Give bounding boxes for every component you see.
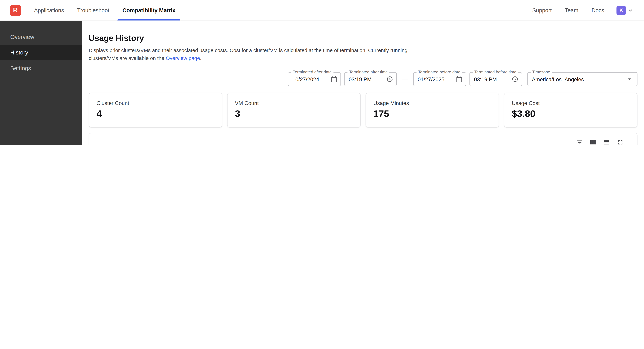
timezone-select[interactable]: Timezone America/Los_Angeles	[528, 72, 638, 86]
sidebar-item-history[interactable]: History	[0, 45, 82, 60]
density-icon[interactable]	[603, 139, 610, 145]
clock-icon[interactable]	[386, 76, 393, 82]
terminated-before-time-field[interactable]: Terminated before time 03:19 PM	[470, 72, 522, 86]
field-label: Terminated after date	[291, 70, 333, 74]
terminated-before-date-field[interactable]: Terminated before date 01/27/2025	[413, 72, 466, 86]
stat-value: $3.80	[512, 108, 630, 119]
nav-support[interactable]: Support	[526, 7, 558, 13]
stat-label: Usage Cost	[512, 100, 630, 106]
overview-page-link[interactable]: Overview page	[166, 55, 200, 61]
field-value[interactable]: 01/27/2025	[418, 76, 454, 82]
nav-left: R Applications Troubleshoot Compatibilit…	[10, 0, 182, 20]
stat-cards: Cluster Count 4 VM Count 3 Usage Minutes…	[89, 93, 638, 128]
app: R Applications Troubleshoot Compatibilit…	[0, 0, 644, 145]
stat-label: Usage Minutes	[373, 100, 491, 106]
main-content: Usage History Displays prior clusters/VM…	[82, 21, 644, 145]
field-label: Timezone	[531, 70, 552, 74]
nav-applications[interactable]: Applications	[28, 0, 70, 20]
stat-card-usage-cost: Usage Cost $3.80	[504, 93, 638, 128]
nav-docs[interactable]: Docs	[585, 7, 611, 13]
stat-card-vm-count: VM Count 3	[227, 93, 361, 128]
stat-card-usage-minutes: Usage Minutes 175	[366, 93, 499, 128]
top-nav: R Applications Troubleshoot Compatibilit…	[0, 0, 644, 21]
nav-right: Support Team Docs K	[526, 5, 634, 15]
nav-compatibility-matrix[interactable]: Compatibility Matrix	[116, 0, 182, 20]
page-description: Displays prior clusters/VMs and their as…	[89, 47, 419, 62]
filters-bar: Terminated after date 10/27/2024 Termina…	[89, 72, 638, 86]
table-toolbar	[98, 133, 629, 145]
field-label: Terminated before time	[473, 70, 518, 74]
stat-value: 175	[373, 108, 491, 119]
dropdown-caret-icon[interactable]	[626, 75, 634, 83]
field-value[interactable]: 03:19 PM	[474, 76, 509, 82]
date-range-separator: —	[400, 76, 410, 82]
stat-label: Cluster Count	[96, 100, 214, 106]
stat-value: 3	[235, 108, 353, 119]
field-value[interactable]: America/Los_Angeles	[532, 76, 623, 82]
description-text: Displays prior clusters/VMs and their as…	[89, 48, 408, 61]
app-logo[interactable]: R	[10, 5, 21, 16]
page-title: Usage History	[89, 33, 638, 43]
sidebar-item-settings[interactable]: Settings	[0, 60, 82, 76]
user-avatar[interactable]: K	[616, 5, 626, 15]
primary-nav: Applications Troubleshoot Compatibility …	[28, 0, 182, 20]
nav-troubleshoot[interactable]: Troubleshoot	[70, 0, 116, 20]
sidebar-item-overview[interactable]: Overview	[0, 29, 82, 45]
terminated-after-time-field[interactable]: Terminated after time 03:19 PM	[344, 72, 397, 86]
fullscreen-icon[interactable]	[616, 139, 624, 145]
chevron-down-icon[interactable]	[627, 6, 634, 14]
field-value[interactable]: 10/27/2024	[292, 76, 328, 82]
stat-card-cluster-count: Cluster Count 4	[89, 93, 222, 128]
logo-letter: R	[13, 6, 18, 14]
clock-icon[interactable]	[512, 76, 518, 82]
terminated-after-date-field[interactable]: Terminated after date 10/27/2024	[288, 72, 341, 86]
columns-icon[interactable]	[589, 139, 597, 145]
calendar-icon[interactable]	[330, 76, 337, 82]
field-value[interactable]: 03:19 PM	[349, 76, 384, 82]
field-label: Terminated after time	[348, 70, 389, 74]
filter-icon[interactable]	[576, 139, 583, 145]
nav-team[interactable]: Team	[558, 7, 585, 13]
usage-table-card: Actions Name⇅ By⇅≡ Cost⇅≡ Distribution⇅≡	[89, 133, 638, 145]
description-period: .	[200, 55, 201, 61]
stat-value: 4	[96, 108, 214, 119]
sidebar: Overview History Settings	[0, 21, 82, 145]
calendar-icon[interactable]	[456, 76, 462, 82]
stat-label: VM Count	[235, 100, 353, 106]
field-label: Terminated before date	[416, 70, 462, 74]
